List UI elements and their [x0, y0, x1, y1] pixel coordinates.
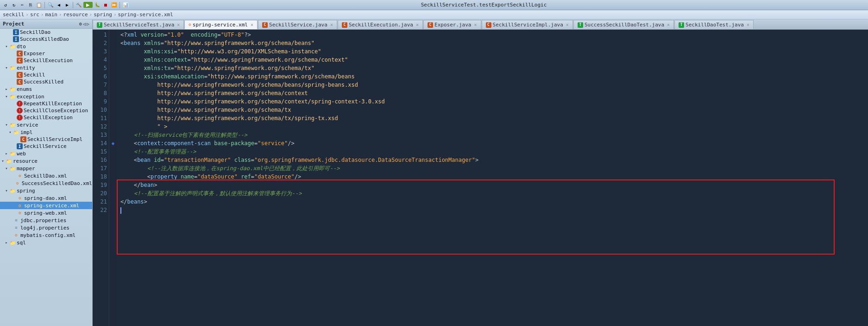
stop-icon[interactable]: ■: [102, 1, 109, 9]
forward-icon[interactable]: ▶: [63, 1, 71, 9]
line-numbers: 12345 678910 1112131415 1617181920 2122: [93, 30, 109, 326]
arrow-icon: ▾: [4, 94, 9, 99]
tree-label: sql: [17, 240, 26, 246]
sidebar-item-springDaoXml[interactable]: ⚙ spring-dao.xml: [0, 194, 92, 202]
tree-label: entity: [17, 65, 35, 71]
sidebar-item-entity[interactable]: ▾ 📁 entity: [0, 64, 92, 71]
sidebar-item-seckillExecution[interactable]: C SeckillExecution: [0, 57, 92, 64]
bc-seckill[interactable]: seckill: [3, 12, 24, 18]
coverage-icon[interactable]: 📊: [122, 1, 129, 9]
gutter-item: [109, 56, 117, 64]
gutter-item: [109, 164, 117, 173]
arrow-icon: ▾: [0, 159, 6, 163]
class-icon: C: [17, 79, 23, 85]
class-icon: C: [17, 51, 23, 57]
class-icon: C: [17, 72, 23, 78]
sidebar-item-dto[interactable]: ▾ 📁 dto: [0, 43, 92, 50]
code-content[interactable]: <?xml version="1.0" encoding="UTF-8"?> <…: [117, 30, 868, 326]
redo-icon[interactable]: ↻: [10, 1, 18, 9]
sidebar-item-exception[interactable]: ▾ 📁 exception: [0, 93, 92, 100]
copy-icon[interactable]: ⎘: [27, 1, 34, 9]
tab-seckillServiceImpl[interactable]: C SeckillServiceImpl.java ×: [482, 20, 573, 29]
sidebar-item-seckillDao[interactable]: I SeckillDao: [0, 29, 92, 36]
tab-seckillDaoTest[interactable]: T SeckillDaoTest.java ×: [674, 20, 754, 29]
bc-spring[interactable]: spring: [94, 12, 112, 18]
tab-springServiceXml[interactable]: ⚙ spring-service.xml ×: [184, 20, 258, 29]
xml-icon: ⚙: [17, 173, 23, 179]
tab-seckillServiceTest[interactable]: T SeckillServiceTest.java ×: [93, 20, 184, 29]
debug-icon[interactable]: 🐛: [94, 1, 101, 9]
tab-close-icon[interactable]: ×: [177, 22, 180, 27]
sidebar-item-enums[interactable]: ▸ 📁 enums: [0, 85, 92, 93]
tree-label: log4j.properties: [20, 225, 69, 231]
arrow-icon: ▾: [4, 44, 9, 49]
sidebar-settings-icon[interactable]: ⚙: [79, 21, 82, 26]
sidebar-item-seckillException[interactable]: ! SeckillException: [0, 114, 92, 121]
bc-resource[interactable]: resource: [63, 12, 88, 18]
sidebar-expand-icon[interactable]: ▷: [87, 21, 89, 26]
sidebar-item-jdbcProps[interactable]: ≡ jdbc.properties: [0, 217, 92, 224]
sidebar-item-successKilled[interactable]: C SuccessKilled: [0, 78, 92, 85]
cut-icon[interactable]: ✂: [19, 1, 26, 9]
tab-close-icon[interactable]: ×: [251, 22, 253, 27]
tab-label: SeckillServiceTest.java: [104, 22, 174, 28]
tab-close-icon[interactable]: ×: [416, 22, 419, 27]
run-button[interactable]: ▶: [83, 2, 93, 8]
bc-src[interactable]: src: [30, 12, 39, 18]
find-icon[interactable]: 🔍: [47, 1, 54, 9]
sidebar-item-exposer[interactable]: C Exposer: [0, 50, 92, 57]
undo-icon[interactable]: ↺: [2, 1, 9, 9]
bc-file[interactable]: spring-service.xml: [118, 12, 173, 18]
tab-seckillExecution[interactable]: C SeckillExecution.java ×: [338, 20, 423, 29]
sidebar-item-mybatisConfig[interactable]: ⚙ mybatis-config.xml: [0, 231, 92, 239]
code-editor[interactable]: 12345 678910 1112131415 1617181920 2122: [93, 30, 868, 326]
tab-close-icon[interactable]: ×: [474, 22, 477, 27]
gutter-item: [109, 64, 117, 72]
sidebar-item-impl[interactable]: ▾ 📁 impl: [0, 128, 92, 136]
tab-close-icon[interactable]: ×: [747, 22, 749, 27]
bc-main[interactable]: main: [45, 12, 57, 18]
sidebar-item-seckillDaoXml[interactable]: ⚙ SeckillDao.xml: [0, 172, 92, 179]
arrow-icon: ▾: [4, 166, 9, 171]
sidebar-item-springServiceXml[interactable]: ⚙ spring-service.xml: [0, 202, 92, 209]
sidebar-item-seckillService[interactable]: I SeckillService: [0, 143, 92, 150]
sidebar-item-seckillCloseException[interactable]: ! SeckillCloseException: [0, 107, 92, 114]
back-icon[interactable]: ◀: [55, 1, 63, 9]
tree-label: SeckillExecution: [24, 58, 73, 64]
sidebar-item-log4jProps[interactable]: ≡ log4j.properties: [0, 224, 92, 231]
arrow-icon: ▾: [7, 130, 13, 134]
tree-label: RepeatKillException: [24, 101, 82, 107]
paste-icon[interactable]: 📋: [35, 1, 43, 9]
tab-close-icon[interactable]: ×: [667, 22, 670, 27]
gutter-item: [109, 81, 117, 89]
sidebar-item-web[interactable]: ▸ 📁 web: [0, 150, 92, 157]
tab-successSeckillDaoTest[interactable]: T SuccessSeckillDaoTest.java ×: [573, 20, 674, 29]
sidebar-item-seckillServiceImpl[interactable]: C SeckillServiceImpl: [0, 136, 92, 143]
props-icon: ≡: [13, 224, 19, 231]
tab-seckillService[interactable]: C SeckillService.java ×: [258, 20, 337, 29]
tab-exposer[interactable]: C Exposer.java ×: [423, 20, 481, 29]
main-layout: Project ⚙ ◁ ▷ I SeckillDao I SuccessKill…: [0, 19, 868, 326]
tab-close-icon[interactable]: ×: [566, 22, 569, 27]
props-icon: ≡: [13, 217, 19, 224]
sidebar-item-successKilledDao[interactable]: I SuccessKilledDao: [0, 36, 92, 43]
tab-close-icon[interactable]: ×: [330, 22, 333, 27]
sidebar-item-resource[interactable]: ▾ 📁 resource: [0, 157, 92, 165]
sidebar-item-service[interactable]: ▾ 📁 service: [0, 121, 92, 128]
folder-icon: 📁: [9, 150, 16, 157]
sidebar-item-repeatKillException[interactable]: ! RepeatKillException: [0, 100, 92, 107]
sidebar-item-spring[interactable]: ▾ 📁 spring: [0, 187, 92, 194]
sidebar-item-springWebXml[interactable]: ⚙ spring-web.xml: [0, 209, 92, 217]
gutter-bookmark[interactable]: ◉: [109, 139, 117, 147]
build-icon[interactable]: 🔨: [75, 1, 82, 9]
resume-icon[interactable]: ⏩: [110, 1, 118, 9]
sidebar-item-successSeckilledDaoXml[interactable]: ⚙ SuccessSeckilledDao.xml: [0, 179, 92, 187]
sidebar-collapse-icon[interactable]: ◁: [83, 21, 86, 26]
gutter-item: [109, 181, 117, 189]
sidebar-item-seckill[interactable]: C Seckill: [0, 71, 92, 78]
java-file-icon: C: [486, 22, 491, 28]
sidebar-item-sql[interactable]: ▸ 📁 sql: [0, 239, 92, 246]
sidebar-item-mapper[interactable]: ▾ 📁 mapper: [0, 165, 92, 172]
tree-label: impl: [20, 129, 33, 135]
gutter-item: [109, 31, 117, 39]
